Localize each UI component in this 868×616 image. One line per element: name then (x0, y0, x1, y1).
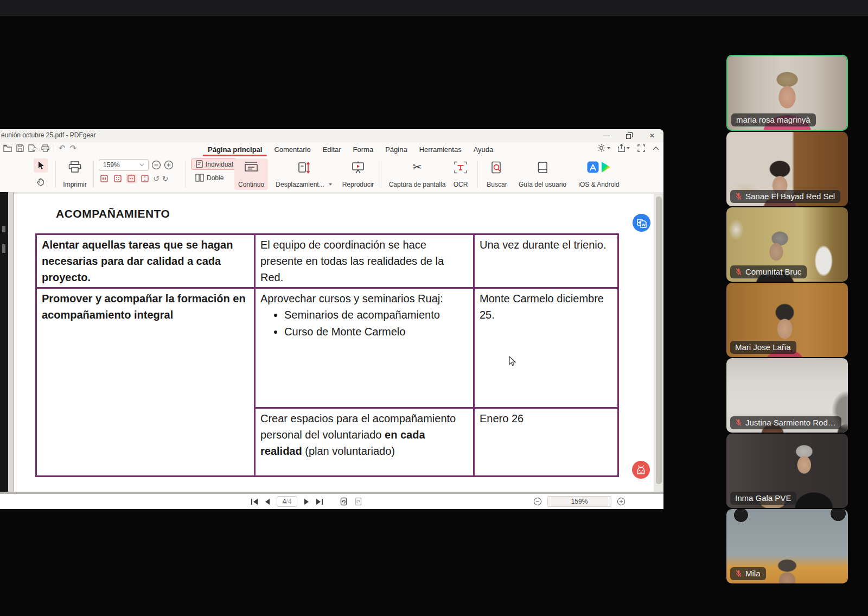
muted-mic-icon (735, 418, 742, 427)
undo-icon[interactable]: ↶ (59, 144, 66, 152)
reproducir-button[interactable]: Reproducir (337, 158, 379, 190)
zoom-combobox[interactable]: 159% (99, 159, 149, 171)
page-current: 4 (283, 498, 286, 505)
page-number-input[interactable]: 4/4 (277, 496, 297, 507)
mouse-cursor (508, 356, 516, 367)
share-icon (618, 144, 625, 152)
participant-name: Inma Gala PVE (735, 493, 791, 503)
hand-tool-button[interactable] (34, 175, 48, 189)
convert-to-word-button[interactable]: W (633, 214, 650, 232)
participant-tile[interactable]: Justina Sarmiento Rodrig... (726, 358, 848, 433)
tab-pagina-principal[interactable]: Página principal (202, 143, 268, 156)
fit-page-button[interactable] (112, 174, 123, 183)
table-cell: El equipo de coordinación se hace presen… (255, 234, 474, 288)
printer-icon (68, 161, 81, 173)
status-bar: 4/4 (0, 494, 663, 509)
fullscreen-icon[interactable] (637, 144, 645, 152)
table-cell: Una vez durante el trienio. (474, 234, 618, 288)
bullet-item: Curso de Monte Carmelo (284, 323, 468, 340)
previous-view-button[interactable] (340, 497, 348, 506)
theme-button[interactable] (597, 144, 610, 152)
participant-tile[interactable]: Mila (726, 509, 848, 583)
participant-name: Mila (745, 569, 761, 578)
participant-tile[interactable]: maria rosa magrinyà (726, 55, 848, 131)
menu-row: ↶ ↷ Página principal Comentario Editar F… (0, 142, 663, 156)
statusbar-zoom-out-button[interactable] (533, 497, 542, 506)
scroll-direction-icon (297, 161, 311, 174)
print-button[interactable]: Imprimir (59, 158, 91, 190)
participant-nameplate: Comunitat Bruc (730, 265, 807, 278)
rotate-right-icon[interactable]: ↻ (162, 175, 169, 182)
statusbar-zoom-in-button[interactable] (617, 497, 626, 506)
close-button[interactable]: ✕ (641, 129, 663, 142)
participant-tile[interactable]: Mari Jose Laña (726, 283, 848, 357)
zoom-in-button[interactable] (164, 160, 174, 170)
participant-tile[interactable]: Comunitat Bruc (726, 207, 848, 282)
view-individual-button[interactable]: Individual (191, 158, 238, 170)
google-play-icon (601, 161, 611, 173)
ios-android-button[interactable]: iOS & Android (573, 158, 625, 190)
menu-tabs: Página principal Comentario Editar Forma… (202, 142, 499, 156)
next-page-button[interactable] (304, 498, 309, 505)
guia-usuario-button[interactable]: Guía del usuario (514, 158, 571, 190)
ocr-button[interactable]: OCR (448, 158, 473, 190)
tab-herramientas[interactable]: Herramientas (413, 143, 468, 156)
table-cell: Crear espacios para el acompañamiento pe… (255, 408, 474, 477)
collapsed-panel-strip (0, 192, 8, 494)
next-view-button[interactable] (354, 497, 362, 506)
participant-tile[interactable]: Inma Gala PVE (726, 434, 848, 508)
document-area: ACOMPAÑAMIENTO Alentar aquellas tareas q… (0, 192, 663, 494)
view-continuo-button[interactable]: Continuo (234, 158, 268, 190)
cell-text: Crear espacios para el acompañamiento pe… (260, 412, 456, 441)
bullet-item: Seminarios de acompañamiento (284, 307, 468, 323)
ai-assistant-button[interactable] (632, 461, 650, 479)
previous-page-button[interactable] (265, 498, 270, 505)
quick-print-icon[interactable] (41, 144, 49, 152)
vertical-scrollbar[interactable] (654, 192, 663, 494)
tab-comentario[interactable]: Comentario (268, 143, 316, 156)
redo-icon[interactable]: ↷ (70, 144, 77, 152)
rotate-left-icon[interactable]: ↺ (153, 175, 159, 182)
buscar-button[interactable]: Buscar (482, 158, 512, 190)
left-scroll-track[interactable] (8, 192, 14, 494)
fit-page-icon (114, 175, 122, 182)
save-icon[interactable] (16, 144, 24, 152)
window-title: eunión octubre 25.pdf - PDFgear (1, 131, 96, 139)
fit-height-icon (141, 175, 149, 182)
pdf-table: Alentar aquellas tareas que se hagan nec… (35, 233, 619, 477)
presentation-icon (352, 161, 365, 174)
scrollbar-thumb[interactable] (656, 196, 662, 484)
cell-text: (plan voluntariado) (302, 445, 395, 457)
panel-mark (2, 244, 5, 253)
table-cell: Alentar aquellas tareas que se hagan nec… (36, 234, 255, 288)
last-page-button[interactable] (316, 498, 323, 505)
svg-text:W: W (642, 223, 646, 226)
minimize-button[interactable]: — (595, 129, 618, 142)
fit-actual-size-button[interactable] (99, 174, 110, 183)
participant-nameplate: Mila (730, 567, 766, 580)
pdf-heading: ACOMPAÑAMIENTO (56, 207, 170, 220)
share-button[interactable] (618, 144, 630, 152)
captura-button[interactable]: ✂ Captura de pantalla (384, 158, 450, 190)
fit-width-button[interactable] (126, 174, 137, 183)
tab-forma[interactable]: Forma (347, 143, 380, 156)
restore-button[interactable] (618, 129, 641, 142)
tab-editar[interactable]: Editar (317, 143, 347, 156)
fit-height-button[interactable] (139, 174, 150, 183)
tab-pagina[interactable]: Página (379, 143, 413, 156)
scissors-icon: ✂ (412, 161, 422, 173)
table-cell: Promover y acompañar la formación en aco… (36, 288, 255, 477)
save-as-icon[interactable] (28, 144, 37, 152)
open-file-icon[interactable] (3, 144, 12, 152)
zoom-out-button[interactable] (151, 160, 161, 170)
tab-ayuda[interactable]: Ayuda (468, 143, 500, 156)
participant-tile[interactable]: Sanae El Bayad Red Sel (726, 132, 848, 206)
select-tool-button[interactable] (34, 158, 48, 173)
participant-name: Sanae El Bayad Red Sel (745, 192, 835, 201)
scroll-mode-button[interactable]: Desplazamient... (272, 158, 335, 190)
first-page-button[interactable] (251, 498, 258, 505)
view-doble-button[interactable]: Doble (191, 173, 238, 183)
collapse-ribbon-icon[interactable] (653, 146, 659, 150)
statusbar-zoom-level[interactable]: 159% (547, 496, 611, 507)
participant-nameplate: maria rosa magrinyà (731, 113, 816, 126)
